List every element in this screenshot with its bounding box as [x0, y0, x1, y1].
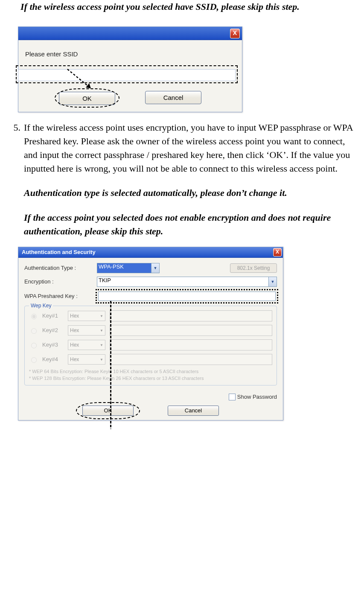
wep-key-row: Key#2 Hex▼	[29, 325, 272, 336]
psk-input[interactable]	[98, 292, 276, 301]
auth-dialog-title: Authentication and Security	[22, 249, 96, 255]
encryption-select[interactable]: TKIP ▼	[97, 277, 277, 287]
encryption-value: TKIP	[97, 277, 269, 287]
wep-key1-format-select: Hex▼	[68, 311, 105, 321]
chevron-down-icon: ▼	[269, 277, 277, 287]
show-password-label: Show Password	[237, 393, 277, 401]
ssid-dialog: X Please enter SSID OK Cancel	[18, 26, 242, 112]
ssid-input[interactable]	[18, 69, 236, 81]
wep-key2-radio	[31, 328, 37, 334]
chevron-down-icon: ▼	[100, 343, 103, 347]
psk-label: WPA Preshared Key :	[24, 292, 93, 301]
wep-key4-format-select: Hex▼	[68, 354, 105, 365]
ssid-prompt-label: Please enter SSID	[25, 50, 235, 58]
wep-key1-radio	[31, 314, 37, 319]
step5-text: If the wireless access point uses encryp…	[24, 121, 360, 175]
wep-key4-radio	[31, 357, 37, 363]
ssid-dialog-body: Please enter SSID OK Cancel	[18, 40, 242, 112]
auth-security-dialog: Authentication and Security X Authentica…	[18, 247, 283, 420]
wep-key-label: Key#1	[42, 312, 64, 320]
chevron-down-icon: ▼	[100, 329, 103, 333]
cancel-button[interactable]: Cancel	[145, 91, 201, 104]
wep-key-label: Key#2	[42, 327, 64, 335]
wep-key4-input	[110, 354, 272, 365]
wep-hint-64: * WEP 64 Bits Encryption: Please Keyin 1…	[29, 368, 272, 374]
wep-key3-input	[110, 339, 272, 350]
auth-dialog-titlebar: Authentication and Security X	[18, 247, 283, 258]
cancel-button[interactable]: Cancel	[168, 406, 219, 416]
wep-key2-format-select: Hex▼	[68, 325, 105, 336]
encryption-label: Encryption :	[24, 278, 93, 286]
ssid-highlight	[16, 65, 238, 83]
close-icon[interactable]: X	[273, 248, 282, 257]
skip-ssid-note: If the wireless access point you selecte…	[20, 0, 360, 14]
ok-button[interactable]: OK	[59, 92, 115, 105]
ok-button[interactable]: OK	[82, 406, 134, 416]
wep-key-row: Key#4 Hex▼	[29, 354, 272, 365]
chevron-down-icon: ▼	[100, 314, 103, 318]
auth-type-label: Authentication Type :	[24, 264, 93, 272]
auth-type-value: WPA-PSK	[97, 263, 151, 273]
auth-type-select[interactable]: WPA-PSK ▼	[97, 263, 160, 273]
wep-key2-input	[110, 325, 272, 336]
skip-encryption-note: If the access point you selected does no…	[24, 211, 360, 238]
wep-key3-radio	[31, 343, 37, 348]
wep-key-row: Key#1 Hex▼	[29, 310, 272, 321]
show-password-checkbox[interactable]	[229, 394, 236, 400]
ssid-dialog-titlebar: X	[18, 27, 242, 40]
step-number: 5.	[4, 121, 24, 134]
wep-key-label: Key#3	[42, 341, 64, 349]
wep-key-row: Key#3 Hex▼	[29, 339, 272, 350]
chevron-down-icon: ▼	[151, 263, 160, 273]
wep-key-group: Wep Key Key#1 Hex▼ Key#2 Hex▼ Key#3 Hex▼	[24, 306, 277, 385]
auth-note: Authentication type is selected automati…	[24, 186, 360, 200]
8021x-setting-button: 802.1x Setting	[230, 263, 277, 273]
chevron-down-icon: ▼	[100, 358, 103, 362]
wep-hint-128: * WEP 128 Bits Encryption: Please Keyin …	[29, 375, 272, 381]
wep-key-label: Key#4	[42, 356, 64, 364]
psk-highlight	[96, 289, 278, 304]
wep-key1-input	[110, 310, 272, 321]
wep-legend: Wep Key	[29, 302, 53, 309]
wep-key3-format-select: Hex▼	[68, 340, 105, 350]
auth-dialog-body: Authentication Type : WPA-PSK ▼ 802.1x S…	[18, 258, 283, 420]
close-icon[interactable]: X	[230, 29, 240, 38]
